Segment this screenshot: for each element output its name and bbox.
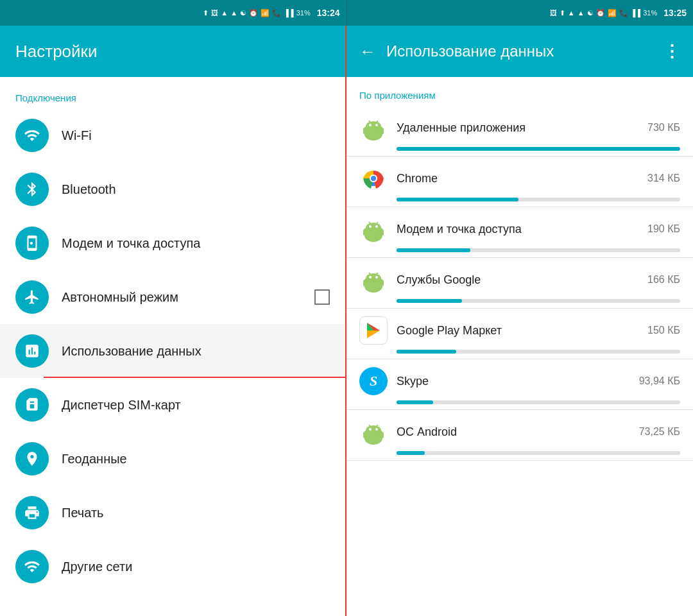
right-panel: ← Использование данных ⋮ По приложениям (346, 26, 693, 616)
svg-marker-33 (367, 330, 380, 338)
left-status-icons: ⬆ 🖼 ▲ ▲ ☯ ⏰ 📶 📞 ▐▐ 31% 13:24 (203, 8, 339, 18)
skype-app-name: Skype (397, 375, 639, 388)
settings-item-tethering[interactable]: Модем и точка доступа (0, 216, 345, 270)
back-button[interactable]: ← (359, 42, 376, 62)
gservices-app-name: Службы Google (397, 273, 647, 287)
wifi-icon-circle (15, 119, 49, 152)
android-os-progress-container (397, 451, 680, 455)
svg-point-17 (375, 225, 378, 228)
app-item-skype[interactable]: S Skype 93,94 КБ (346, 359, 693, 410)
svg-point-25 (369, 276, 372, 278)
android-os-app-size: 73,25 КБ (639, 426, 680, 438)
gservices-app-icon (359, 266, 388, 294)
chrome-progress-container (397, 198, 680, 201)
skype-app-size: 93,94 КБ (639, 375, 680, 387)
app-item-top-android: ОС Android 73,25 КБ (359, 418, 680, 446)
tethering-label: Модем и точка доступа (62, 236, 330, 251)
status-bars: ⬆ 🖼 ▲ ▲ ☯ ⏰ 📶 📞 ▐▐ 31% 13:24 🖼 ⬆ ▲ ▲ ☯ ⏰… (0, 0, 693, 26)
app-item-top-play: Google Play Маркет 150 КБ (359, 316, 680, 345)
print-label: Печать (62, 506, 330, 520)
right-status-icons: 🖼 ⬆ ▲ ▲ ☯ ⏰ 📶 📞 ▐▐ 31% 13:25 (550, 8, 687, 18)
app-item-android-os[interactable]: ОС Android 73,25 КБ (346, 410, 693, 461)
location-icon (24, 450, 40, 467)
svg-rect-43 (381, 432, 384, 438)
android-robot-icon-gservices (361, 267, 386, 293)
other-networks-icon-circle (15, 550, 49, 583)
settings-item-print[interactable]: Печать (0, 486, 345, 540)
deleted-app-name: Удаленные приложения (397, 121, 647, 135)
right-status-bar: 🖼 ⬆ ▲ ▲ ☯ ⏰ 📶 📞 ▐▐ 31% 13:25 (347, 0, 694, 26)
svg-point-12 (371, 176, 376, 181)
data-usage-icon-circle (15, 334, 49, 368)
svg-point-39 (375, 428, 378, 431)
location-icon-circle (15, 442, 49, 475)
android-robot-icon-tethering (361, 216, 386, 242)
settings-item-wifi[interactable]: Wi-Fi (0, 108, 345, 162)
app-item-top-deleted: Удаленные приложения 730 КБ (359, 114, 680, 142)
settings-item-bluetooth[interactable]: Bluetooth (0, 162, 345, 216)
left-status-bar: ⬆ 🖼 ▲ ▲ ☯ ⏰ 📶 📞 ▐▐ 31% 13:24 (0, 0, 347, 26)
app-item-deleted[interactable]: Удаленные приложения 730 КБ (346, 106, 693, 157)
svg-rect-8 (381, 128, 384, 134)
bluetooth-label: Bluetooth (62, 182, 330, 197)
svg-point-3 (369, 124, 372, 126)
chrome-progress-bar (397, 198, 518, 201)
app-item-google-services[interactable]: Службы Google 166 КБ (346, 258, 693, 309)
tethering-app-name: Модем и точка доступа (397, 223, 647, 236)
svg-point-16 (369, 225, 372, 228)
tethering-icon (24, 235, 40, 252)
svg-point-2 (366, 121, 381, 132)
left-time: 13:24 (317, 8, 340, 18)
app-item-tethering-app[interactable]: Модем и точка доступа 190 КБ (346, 207, 693, 258)
skype-app-icon: S (359, 367, 388, 395)
skype-progress-container (397, 400, 680, 404)
deleted-progress-bar (397, 147, 680, 151)
android-robot-icon-deleted (361, 115, 386, 141)
deleted-app-icon (359, 114, 388, 142)
airplane-label: Автономный режим (62, 290, 314, 305)
deleted-progress-container (397, 147, 680, 151)
by-apps-label: По приложениям (346, 80, 693, 106)
chrome-app-name: Chrome (397, 172, 647, 185)
svg-rect-7 (363, 128, 366, 134)
airplane-checkbox[interactable] (314, 289, 330, 305)
data-header-left: ← Использование данных (359, 42, 554, 62)
more-options-button[interactable]: ⋮ (663, 42, 680, 62)
settings-item-other-networks[interactable]: Другие сети (0, 540, 345, 594)
data-usage-title: Использование данных (386, 42, 554, 60)
android-os-progress-bar (397, 451, 425, 455)
wifi-label: Wi-Fi (62, 128, 330, 143)
left-panel: Настройки Подключения Wi-Fi (0, 26, 346, 616)
app-item-top-tethering: Модем и точка доступа 190 КБ (359, 215, 680, 243)
settings-item-data-usage[interactable]: Использование данных (0, 324, 345, 378)
chrome-icon (359, 164, 388, 193)
app-item-chrome[interactable]: Chrome 314 КБ (346, 157, 693, 207)
app-item-top-skype: S Skype 93,94 КБ (359, 367, 680, 395)
play-app-size: 150 КБ (647, 325, 680, 336)
svg-rect-21 (381, 229, 384, 235)
play-store-icon (363, 320, 384, 341)
skype-icon: S (359, 367, 388, 395)
data-usage-label: Использование данных (62, 344, 330, 359)
right-time: 13:25 (663, 8, 687, 18)
data-usage-icon (24, 343, 40, 359)
tethering-app-icon (359, 215, 388, 243)
settings-item-geodata[interactable]: Геоданные (0, 432, 345, 486)
skype-progress-bar (397, 400, 433, 404)
play-app-name: Google Play Маркет (397, 324, 647, 338)
tethering-progress-bar (397, 248, 470, 252)
svg-rect-20 (363, 229, 366, 235)
play-progress-bar (397, 350, 456, 354)
settings-item-airplane[interactable]: Автономный режим (0, 270, 345, 324)
gservices-progress-container (397, 299, 680, 303)
svg-point-15 (366, 223, 381, 233)
app-item-play-market[interactable]: Google Play Маркет 150 КБ (346, 309, 693, 359)
other-networks-label: Другие сети (62, 560, 330, 574)
android-os-app-name: ОС Android (397, 425, 639, 439)
svg-rect-29 (363, 280, 366, 286)
sim-icon (24, 397, 40, 413)
svg-rect-30 (381, 280, 384, 286)
sim-label: Диспетчер SIM-карт (62, 398, 330, 413)
settings-item-sim[interactable]: Диспетчер SIM-карт (0, 378, 345, 432)
settings-title: Настройки (15, 42, 98, 62)
